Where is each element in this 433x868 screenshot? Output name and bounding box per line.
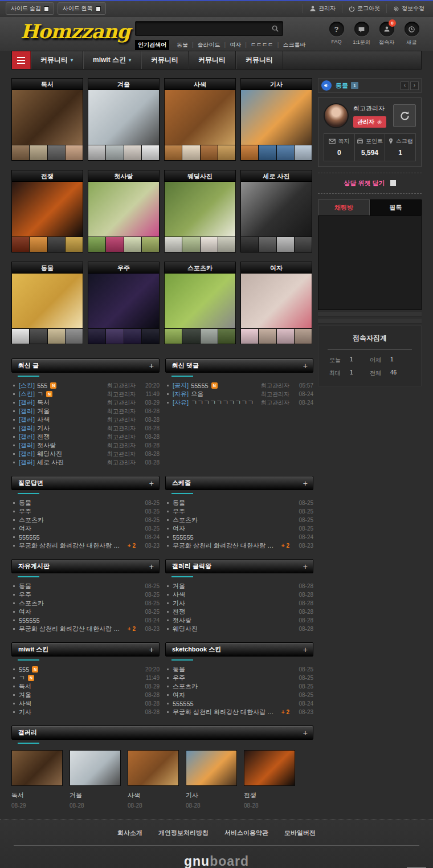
footer-link[interactable]: 개인정보처리방침 (158, 829, 209, 837)
gallery-card-image[interactable] (88, 274, 159, 328)
bottom-gallery-item[interactable]: 전쟁08-28 (244, 750, 295, 809)
gallery-card-title[interactable]: 동물 (12, 262, 83, 274)
list-item[interactable]: 기사08-28 (11, 708, 160, 716)
profile-stat-쪽지[interactable]: 쪽지0 (324, 134, 354, 161)
list-item[interactable]: 스포츠카08-25 (165, 516, 313, 524)
list-item[interactable]: [자유]으음최고관리자08-24 (165, 390, 313, 398)
gallery-thumb[interactable] (165, 145, 182, 160)
gallery-thumb[interactable] (106, 237, 123, 252)
gallery-card-title[interactable]: 여자 (241, 262, 312, 274)
gallery-card-title[interactable]: 세로 사진 (241, 170, 312, 182)
tab-must-read[interactable]: 필독 (370, 199, 422, 215)
gallery-thumb[interactable] (30, 237, 47, 252)
list-item[interactable]: 55555508-24 (11, 616, 160, 625)
notice-next-button[interactable]: › (410, 81, 419, 90)
gallery-card-title[interactable]: 첫사랑 (88, 170, 159, 182)
box-more-button[interactable]: + (149, 478, 154, 488)
list-item[interactable]: 동물08-25 (11, 582, 160, 590)
list-item[interactable]: 스포츠카08-25 (165, 682, 313, 691)
gallery-thumb[interactable] (241, 237, 258, 252)
admin-button[interactable]: 관리자 (353, 116, 386, 128)
gallery-thumb[interactable] (277, 145, 294, 160)
admin-link[interactable]: 관리자 (303, 4, 342, 13)
gallery-thumb[interactable] (218, 237, 235, 252)
list-item[interactable]: ㄱN11:49 (11, 674, 160, 682)
gallery-thumb[interactable] (66, 329, 83, 344)
gallery-card-title[interactable]: 기사 (241, 79, 312, 90)
box-more-button[interactable]: + (149, 561, 154, 572)
gallery-thumb[interactable] (12, 145, 29, 160)
list-item[interactable]: 무궁화 삼천리 화려강산 대한사람 대한으로 길...+ 208-23 (11, 625, 160, 633)
gallery-thumb[interactable] (295, 237, 312, 252)
bottom-gallery-item[interactable]: 독서08-29 (11, 750, 63, 809)
gallery-thumb[interactable] (165, 237, 182, 252)
gallery-thumb[interactable] (48, 145, 65, 160)
box-more-button[interactable]: + (149, 361, 154, 371)
gallery-thumb[interactable] (106, 145, 123, 160)
gallery-card-image[interactable] (241, 182, 312, 237)
list-item[interactable]: 첫사랑08-28 (165, 616, 313, 625)
gallery-thumb[interactable] (277, 237, 294, 252)
bottom-gallery-image[interactable] (244, 750, 295, 786)
search-icon[interactable] (271, 25, 279, 35)
gallery-thumb[interactable] (142, 145, 159, 160)
bottom-gallery-image[interactable] (11, 750, 63, 786)
list-item[interactable]: 동물08-25 (165, 665, 313, 674)
footer-link[interactable]: 회사소개 (117, 829, 142, 837)
list-item[interactable]: 우주08-25 (165, 507, 313, 516)
gallery-card-image[interactable] (88, 90, 159, 145)
list-item[interactable]: 동물08-25 (165, 499, 313, 507)
box-more-button[interactable]: + (149, 645, 154, 655)
inquiry-button[interactable]: 1:1문의 (352, 22, 371, 46)
box-more-button[interactable]: + (303, 645, 308, 655)
list-item[interactable]: 겨울08-28 (165, 582, 313, 590)
new-posts-button[interactable]: 새글 (402, 22, 422, 46)
list-item[interactable]: 기사08-28 (165, 599, 313, 608)
footer-link[interactable]: 서비스이용약관 (224, 829, 268, 837)
gallery-thumb[interactable] (259, 145, 276, 160)
gallery-card-title[interactable]: 전쟁 (12, 170, 83, 182)
gallery-card-title[interactable]: 우주 (88, 262, 159, 274)
list-item[interactable]: [갤러]기사최고관리자08-28 (11, 424, 160, 433)
list-item[interactable]: [갤러]웨딩사진최고관리자08-28 (11, 450, 160, 458)
list-item[interactable]: 우주08-25 (11, 590, 160, 599)
list-item[interactable]: 스포츠카08-25 (11, 599, 160, 608)
gallery-thumb[interactable] (88, 145, 105, 160)
nav-item-커뮤니티[interactable]: 커뮤니티 (236, 51, 283, 69)
checkbox-icon[interactable] (96, 6, 101, 11)
gallery-thumb[interactable] (66, 237, 83, 252)
refresh-button[interactable] (393, 104, 416, 127)
gallery-thumb[interactable] (218, 329, 235, 344)
list-item[interactable]: [갤러]사색최고관리자08-28 (11, 415, 160, 424)
edit-info-link[interactable]: 정보수정 (386, 4, 431, 13)
gallery-thumb[interactable] (165, 329, 182, 344)
list-item[interactable]: 전쟁08-28 (165, 608, 313, 616)
notice-link[interactable]: 동물 (336, 81, 348, 90)
box-more-button[interactable]: + (303, 561, 308, 572)
popular-keyword-link[interactable]: ㄷㄷㄷㄷ (247, 42, 277, 48)
gallery-thumb[interactable] (201, 329, 218, 344)
notice-prev-button[interactable]: ‹ (401, 81, 409, 90)
gallery-thumb[interactable] (48, 329, 65, 344)
popular-keyword-link[interactable]: 슬라이드 (194, 42, 224, 48)
side-left-button[interactable]: 사이드 왼쪽 (58, 2, 106, 15)
list-item[interactable]: 55555508-24 (11, 533, 160, 541)
gallery-card-image[interactable] (165, 90, 235, 145)
list-item[interactable]: [스킨]ㄱN최고관리자11:49 (11, 390, 160, 398)
gallery-card-image[interactable] (165, 274, 235, 328)
list-item[interactable]: [갤러]첫사랑최고관리자08-28 (11, 441, 160, 450)
list-item[interactable]: [스킨]555N최고관리자20:20 (11, 381, 160, 390)
gallery-thumb[interactable] (142, 329, 159, 344)
nav-item-miwit-스킨[interactable]: miwit 스킨▾ (83, 51, 141, 69)
avatar[interactable] (324, 103, 349, 128)
list-item[interactable]: 웨딩사진08-28 (165, 625, 313, 633)
gallery-thumb[interactable] (12, 329, 29, 344)
nav-item-커뮤니티[interactable]: 커뮤니티 (189, 51, 236, 69)
gallery-thumb[interactable] (201, 145, 218, 160)
gallery-thumb[interactable] (48, 237, 65, 252)
gallery-thumb[interactable] (218, 145, 235, 160)
site-logo[interactable]: Homzzang (21, 20, 130, 43)
nav-item-커뮤니티[interactable]: 커뮤니티▾ (31, 51, 83, 69)
list-item[interactable]: [갤러]독서최고관리자08-29 (11, 398, 160, 407)
gallery-thumb[interactable] (241, 145, 258, 160)
